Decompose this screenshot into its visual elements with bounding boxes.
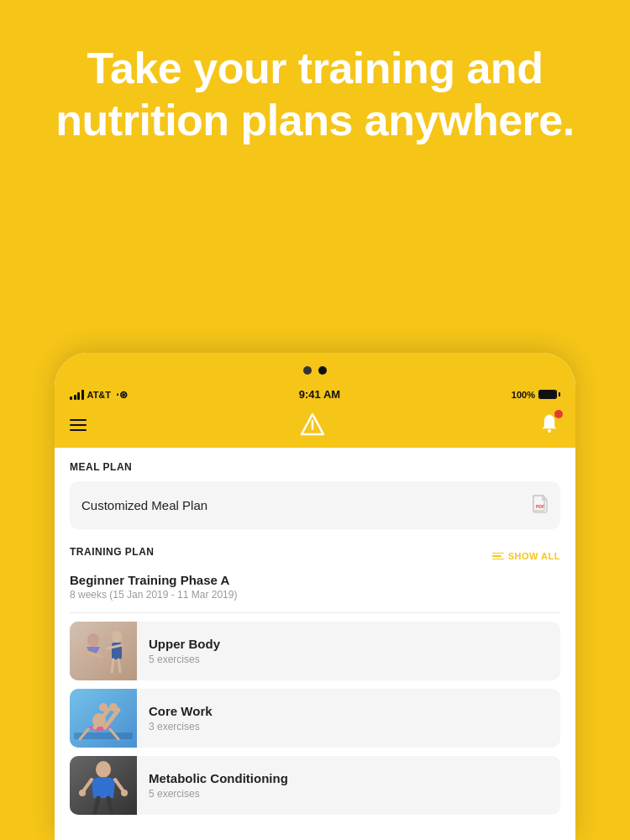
workout-thumb-metcon [70, 756, 137, 815]
svg-point-18 [109, 703, 118, 711]
battery-icon [538, 390, 560, 399]
workout-thumb-upper [70, 622, 137, 680]
workout-item-core-work[interactable]: Core Work 3 exercises [70, 689, 560, 748]
svg-line-11 [112, 659, 113, 672]
svg-point-8 [112, 631, 122, 643]
status-time: 9:41 AM [299, 388, 340, 401]
workout-info-core-work: Core Work 3 exercises [137, 704, 560, 732]
status-left: AT&T ⋅⊛ [70, 389, 128, 401]
svg-point-26 [79, 790, 86, 796]
hero-headline: Take your training and nutrition plans a… [50, 42, 580, 147]
svg-line-12 [118, 659, 120, 672]
svg-rect-5 [70, 622, 137, 680]
meal-plan-title: Customized Meal Plan [81, 498, 207, 512]
svg-point-6 [87, 633, 99, 647]
workout-exercises-upper-body: 5 exercises [149, 654, 549, 665]
meal-plan-card[interactable]: Customized Meal Plan PDF [70, 481, 560, 529]
svg-point-23 [96, 761, 111, 778]
app-content: MEAL PLAN Customized Meal Plan PDF TRAIN… [55, 448, 575, 840]
divider [70, 612, 560, 613]
workout-title-upper-body: Upper Body [149, 637, 549, 651]
svg-point-27 [121, 790, 128, 796]
svg-point-19 [99, 703, 108, 711]
training-plan-section: TRAINING PLAN SHOW ALL Beginner Training… [70, 546, 560, 815]
notification-badge [554, 410, 563, 418]
dot-2[interactable] [318, 366, 327, 375]
workout-item-metcon[interactable]: Metabolic Conditioning 5 exercises [70, 756, 560, 815]
training-header: TRAINING PLAN SHOW ALL [70, 546, 560, 566]
workout-info-metcon: Metabolic Conditioning 5 exercises [137, 771, 560, 800]
workout-title-core-work: Core Work [149, 704, 549, 718]
wifi-icon: ⋅⊛ [116, 389, 128, 401]
workout-item-upper-body[interactable]: Upper Body 5 exercises [70, 622, 560, 680]
app-logo [300, 412, 325, 438]
training-plan-label: TRAINING PLAN [70, 546, 155, 558]
carrier-label: AT&T [87, 390, 112, 400]
workout-thumb-core [70, 689, 137, 748]
show-all-button[interactable]: SHOW ALL [492, 551, 560, 561]
menu-button[interactable] [70, 419, 87, 431]
show-all-label: SHOW ALL [508, 551, 560, 561]
app-header [55, 406, 575, 448]
plan-dates: 8 weeks (15 Jan 2019 - 11 Mar 2019) [70, 589, 560, 601]
plan-name: Beginner Training Phase A [70, 573, 560, 587]
phone-frame: AT&T ⋅⊛ 9:41 AM 100% [55, 353, 575, 840]
meal-plan-label: MEAL PLAN [70, 461, 560, 473]
signal-bars-icon [70, 390, 84, 400]
meal-plan-section: MEAL PLAN Customized Meal Plan PDF [70, 461, 560, 529]
status-right: 100% [512, 390, 560, 400]
notification-button[interactable] [538, 412, 560, 438]
pagination-dots [55, 353, 575, 383]
workout-info-upper-body: Upper Body 5 exercises [137, 637, 560, 665]
workout-title-metcon: Metabolic Conditioning [149, 771, 549, 785]
workout-exercises-metcon: 5 exercises [149, 788, 549, 800]
battery-percent: 100% [512, 390, 535, 400]
dot-1[interactable] [303, 366, 312, 375]
hero-text-container: Take your training and nutrition plans a… [0, 0, 630, 172]
hero-section: Take your training and nutrition plans a… [0, 0, 630, 172]
status-bar: AT&T ⋅⊛ 9:41 AM 100% [55, 383, 575, 406]
show-all-icon [492, 553, 504, 560]
workout-exercises-core-work: 3 exercises [149, 721, 549, 732]
pdf-icon: PDF [532, 495, 549, 516]
svg-text:PDF: PDF [536, 504, 544, 509]
svg-point-2 [548, 429, 551, 433]
